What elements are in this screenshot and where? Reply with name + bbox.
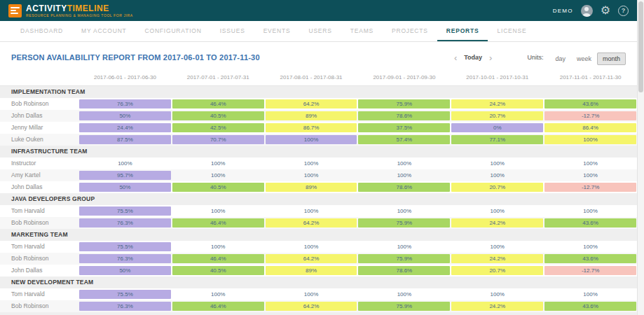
availability-cell: 20.7%: [451, 183, 543, 192]
date-column-header: 2017-10-01 - 2017-10-31: [451, 71, 544, 86]
availability-cell: 76.3%: [79, 99, 171, 108]
availability-cell: 100%: [172, 290, 264, 299]
availability-cell: 40.5%: [172, 183, 264, 192]
team-group-header: INFRASTRUCTURE TEAM: [0, 146, 637, 158]
nav-tab-license[interactable]: LICENSE: [488, 21, 535, 41]
nav-tab-users[interactable]: USERS: [299, 21, 341, 41]
person-name: John Dallas: [0, 181, 78, 193]
help-icon[interactable]: ?: [618, 6, 629, 16]
nav-tab-dashboard[interactable]: DASHBOARD: [11, 21, 72, 41]
availability-cell: 78.6%: [358, 111, 450, 120]
nav-tab-reports[interactable]: REPORTS: [437, 21, 488, 41]
availability-cell: 76.3%: [79, 218, 171, 227]
top-app-bar: ACTIVITYTIMELINE RESOURCE PLANNING & MAN…: [0, 0, 637, 21]
availability-cell: 78.6%: [358, 266, 450, 275]
availability-cell: 24.2%: [451, 218, 543, 227]
availability-cell: 100%: [172, 242, 264, 251]
person-row: Bob Robinson76.3%46.4%64.2%75.9%24.2%43.…: [0, 98, 637, 110]
person-row: Tom Harvald75.5%100%100%100%100%100%: [0, 205, 637, 217]
availability-cell: 75.9%: [358, 99, 450, 108]
main-nav: DASHBOARDMY ACCOUNTCONFIGURATIONISSUESEV…: [0, 21, 637, 42]
person-row: Luke Ouken87.5%70.7%100%57.4%77.1%100%: [0, 134, 637, 146]
person-name: John Dallas: [0, 110, 78, 122]
availability-cell: 64.2%: [266, 218, 357, 227]
team-group-header: IMPLEMENTATION TEAM: [0, 86, 637, 98]
availability-cell: 43.6%: [544, 218, 636, 227]
scrollbar-thumb[interactable]: [638, 1, 643, 92]
availability-cell: 43.6%: [544, 99, 636, 108]
nav-tab-events[interactable]: EVENTS: [254, 21, 300, 41]
unit-week-button[interactable]: week: [571, 52, 597, 65]
availability-cell: 100%: [266, 135, 357, 144]
availability-cell: 100%: [544, 171, 636, 180]
availability-cell: 89%: [266, 111, 357, 120]
availability-cell: 37.5%: [358, 123, 450, 132]
availability-cell: 100%: [544, 135, 636, 144]
availability-cell: 75.5%: [79, 290, 171, 299]
team-group-row: PROJECT TEAM: [0, 312, 637, 315]
availability-cell: 100%: [266, 171, 357, 180]
app-logo[interactable]: ACTIVITYTIMELINE RESOURCE PLANNING & MAN…: [8, 4, 133, 18]
availability-cell: 100%: [358, 290, 450, 299]
nav-tab-projects[interactable]: PROJECTS: [383, 21, 437, 41]
vertical-scrollbar[interactable]: [637, 0, 644, 315]
availability-cell: 75.5%: [79, 206, 171, 216]
availability-cell: 42.5%: [172, 123, 264, 132]
date-column-header: 2017-06-01 - 2017-06-30: [78, 71, 172, 86]
units-label: Units:: [527, 54, 543, 61]
team-group-row: MARKETING TEAM: [0, 229, 637, 241]
unit-month-button[interactable]: month: [597, 52, 626, 65]
availability-cell: 24.2%: [451, 254, 543, 263]
availability-cell: 24.2%: [451, 302, 543, 311]
team-group-row: INFRASTRUCTURE TEAM: [0, 146, 637, 158]
availability-cell: 78.6%: [358, 183, 450, 192]
team-group-header: PROJECT TEAM: [0, 312, 637, 315]
availability-cell: 64.2%: [266, 99, 357, 108]
today-button[interactable]: Today: [464, 54, 482, 61]
app-logo-icon: [8, 4, 22, 18]
settings-gear-icon[interactable]: ⚙: [601, 5, 610, 16]
nav-tab-my-account[interactable]: MY ACCOUNT: [72, 21, 136, 41]
user-name-label: DEMO: [553, 8, 573, 14]
availability-cell: 100%: [451, 242, 543, 251]
date-column-header: 2017-11-01 - 2017-11-30: [544, 71, 637, 86]
availability-cell: 46.4%: [172, 99, 264, 108]
availability-cell: -12.7%: [544, 111, 636, 120]
date-column-header: 2017-08-01 - 2017-08-31: [265, 71, 358, 86]
person-row: Bob Robinson76.3%46.4%64.2%75.9%24.2%43.…: [0, 217, 637, 229]
prev-period-button[interactable]: ‹: [451, 53, 460, 62]
availability-cell: 46.4%: [172, 254, 264, 263]
brand-activity: ACTIVITY: [26, 4, 67, 13]
person-name: Bob Robinson: [0, 217, 78, 229]
units-switcher: dayweekmonth: [549, 51, 626, 64]
brand: ACTIVITYTIMELINE RESOURCE PLANNING & MAN…: [26, 4, 133, 18]
availability-cell: 100%: [358, 242, 450, 251]
availability-cell: 100%: [358, 206, 450, 216]
availability-cell: 100%: [358, 171, 450, 180]
availability-cell: 89%: [266, 266, 357, 275]
availability-cell: 100%: [79, 159, 171, 168]
availability-cell: 75.9%: [358, 254, 450, 263]
user-avatar[interactable]: [581, 5, 593, 17]
availability-cell: 70.7%: [172, 135, 264, 144]
nav-tab-teams[interactable]: TEAMS: [341, 21, 383, 41]
person-row: Tom Harvald75.5%100%100%100%100%100%: [0, 288, 637, 300]
availability-cell: 50%: [79, 266, 171, 275]
availability-cell: 100%: [451, 290, 543, 299]
next-period-button[interactable]: ›: [486, 53, 495, 62]
nav-tab-issues[interactable]: ISSUES: [211, 21, 254, 41]
nav-tab-configuration[interactable]: CONFIGURATION: [136, 21, 211, 41]
person-row: Bob Robinson76.3%46.4%64.2%75.9%24.2%43.…: [0, 253, 637, 265]
availability-cell: 100%: [544, 159, 636, 168]
availability-cell: 100%: [544, 242, 636, 251]
team-group-header: MARKETING TEAM: [0, 229, 637, 241]
unit-day-button[interactable]: day: [549, 52, 571, 65]
availability-cell: 43.6%: [544, 254, 636, 263]
person-name: John Dallas: [0, 265, 78, 276]
availability-cell: 40.5%: [172, 266, 264, 275]
brand-tagline: RESOURCE PLANNING & MANAGING TOOL FOR JI…: [26, 14, 133, 18]
availability-cell: 75.5%: [79, 242, 171, 251]
person-name: Tom Harvald: [0, 205, 78, 217]
availability-cell: 87.5%: [79, 135, 171, 144]
availability-cell: 100%: [266, 206, 357, 216]
